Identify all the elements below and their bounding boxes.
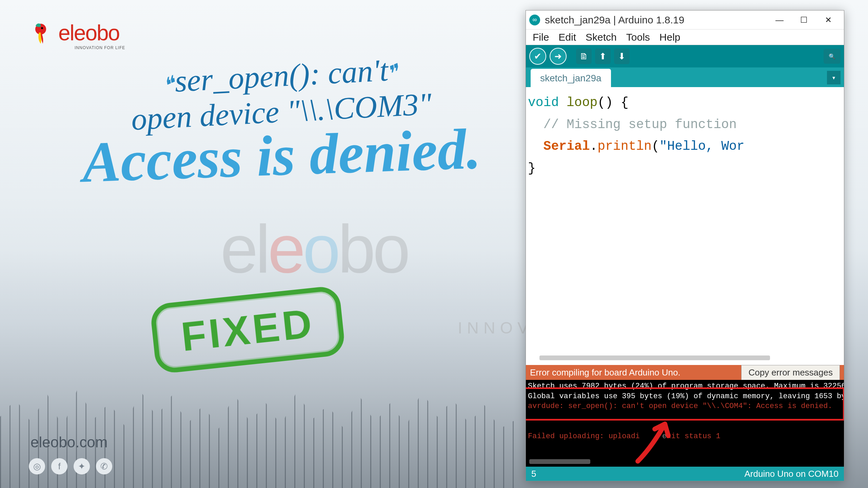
whatsapp-icon[interactable]: ✆ [96, 458, 112, 474]
facebook-icon[interactable]: f [51, 458, 67, 474]
arduino-window: ∞ sketch_jan29a | Arduino 1.8.19 — ☐ ✕ F… [526, 10, 844, 481]
social-row: ◎ f ✦ ✆ [29, 458, 112, 474]
tabbar: sketch_jan29a ▾ [526, 67, 844, 87]
console-line: Sketch uses 7982 bytes (24%) of program … [528, 381, 842, 391]
brand-logo: eleobo [31, 20, 119, 45]
code-keyword: void [528, 95, 559, 110]
console-line [528, 411, 842, 422]
open-button[interactable]: ⬆ [595, 48, 611, 64]
tab-dropdown-icon[interactable]: ▾ [827, 71, 841, 84]
twitter-icon[interactable]: ✦ [74, 458, 90, 474]
menu-file[interactable]: File [529, 29, 553, 45]
save-button[interactable]: ⬇ [614, 48, 630, 64]
code-string: "Hello, Wor [659, 139, 745, 154]
svg-point-1 [41, 27, 43, 29]
code-text: () { [597, 95, 628, 110]
code-comment: // Missing setup function [544, 117, 737, 132]
console-line: Global variables use 395 bytes (19%) of … [528, 391, 842, 402]
statusbar: 5 Arduino Uno on COM10 [526, 467, 844, 481]
output-console[interactable]: Sketch uses 7982 bytes (24%) of program … [526, 380, 844, 467]
editor-h-scrollbar[interactable] [539, 355, 770, 360]
compile-error-text: Error compiling for board Arduino Uno. [530, 367, 741, 378]
close-button[interactable]: ✕ [816, 11, 841, 29]
brand-tagline: INNOVATION FOR LIFE [75, 45, 125, 50]
menu-help[interactable]: Help [655, 29, 685, 45]
line-number: 5 [531, 469, 536, 479]
board-port-label: Arduino Uno on COM10 [745, 469, 839, 479]
upload-button[interactable]: ➜ [550, 48, 567, 65]
menu-edit[interactable]: Edit [554, 29, 580, 45]
instagram-icon[interactable]: ◎ [29, 458, 45, 474]
parrot-icon [31, 21, 55, 45]
titlebar[interactable]: ∞ sketch_jan29a | Arduino 1.8.19 — ☐ ✕ [526, 11, 844, 29]
site-url: eleobo.com [31, 434, 107, 451]
console-error-line: avrdude: ser_open(): can't open device "… [528, 401, 842, 411]
compile-status-bar: Error compiling for board Arduino Uno. C… [526, 365, 844, 380]
code-method: println [597, 139, 652, 154]
toolbar: ✔ ➜ 🗎 ⬆ ⬇ 🔍 [526, 45, 844, 67]
arduino-app-icon: ∞ [529, 15, 540, 25]
maximize-button[interactable]: ☐ [792, 11, 816, 29]
verify-button[interactable]: ✔ [529, 48, 546, 65]
menu-sketch[interactable]: Sketch [581, 29, 621, 45]
code-text: } [528, 158, 842, 180]
code-class: Serial [544, 139, 590, 154]
console-fail-line: Failed uploading: uploading erexit statu… [528, 431, 842, 442]
code-editor[interactable]: void loop() { // Missing setup function … [526, 87, 844, 365]
code-func: loop [567, 95, 597, 110]
headline: ❝ser_open(): can't❞ open device "\\.\COM… [20, 58, 542, 189]
watermark-logo: eleobo [220, 210, 408, 288]
minimize-button[interactable]: — [767, 11, 792, 29]
arrow-annotation-icon [631, 417, 682, 465]
sketch-tab[interactable]: sketch_jan29a [531, 69, 611, 87]
new-button[interactable]: 🗎 [576, 48, 592, 64]
console-line [528, 422, 842, 432]
menubar: File Edit Sketch Tools Help [526, 29, 844, 45]
copy-error-button[interactable]: Copy error messages [741, 365, 840, 380]
menu-tools[interactable]: Tools [622, 29, 654, 45]
console-h-scrollbar[interactable] [529, 459, 590, 464]
brand-name: eleobo [58, 20, 119, 45]
window-title: sketch_jan29a | Arduino 1.8.19 [545, 14, 767, 26]
serial-monitor-button[interactable]: 🔍 [824, 49, 841, 64]
